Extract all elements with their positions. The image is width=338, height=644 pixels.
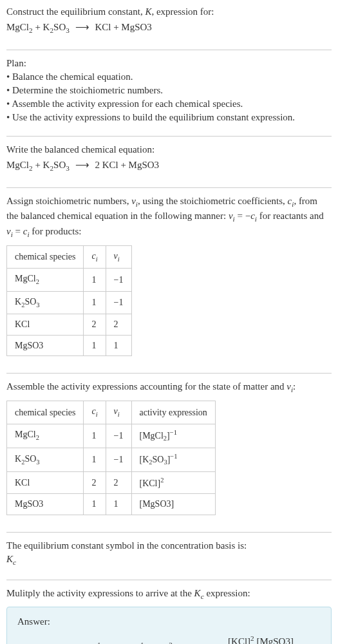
table-cell: −1 xyxy=(106,269,131,291)
balanced-heading: Write the balanced chemical equation: xyxy=(6,143,332,156)
table-row: K2SO3 1 −1 xyxy=(7,291,132,314)
table-cell: MgCl2 xyxy=(7,424,84,448)
table-cell: 1 xyxy=(84,424,106,448)
multiply-section: Mulitply the activity expressions to arr… xyxy=(6,587,332,645)
table-cell: −1 xyxy=(106,424,131,448)
table-cell: KCl xyxy=(7,314,84,336)
eq-constant-symbol: Kc xyxy=(6,553,332,568)
table-header-row: chemical species ci νi activity expressi… xyxy=(7,401,216,424)
table-cell: 1 xyxy=(84,269,106,291)
table-cell: K2SO3 xyxy=(7,448,84,471)
table-row: MgSO3 1 1 [MgSO3] xyxy=(7,494,216,515)
activity-text: Assemble the activity expressions accoun… xyxy=(6,380,332,395)
activity-table: chemical species ci νi activity expressi… xyxy=(6,401,216,515)
plan-item: Use the activity expressions to build th… xyxy=(6,111,332,124)
stoich-section: Assign stoichiometric numbers, νi, using… xyxy=(6,194,332,367)
table-row: KCl 2 2 xyxy=(7,314,132,336)
plan-item: Balance the chemical equation. xyxy=(6,70,332,84)
title-section: Construct the equilibrium constant, K, e… xyxy=(6,5,332,43)
table-cell: MgSO3 xyxy=(7,494,84,515)
table-cell: [MgCl2]−1 xyxy=(131,424,215,448)
answer-box: Answer: Kc = [MgCl2]−1 [K2SO3]−1 [KCl]2 … xyxy=(6,607,332,644)
table-cell: K2SO3 xyxy=(7,291,84,314)
stoich-table: chemical species ci νi MgCl2 1 −1 K2SO3 … xyxy=(6,245,132,357)
divider xyxy=(6,136,332,137)
divider xyxy=(6,187,332,188)
answer-label: Answer: xyxy=(17,615,321,629)
table-cell: [KCl]2 xyxy=(131,471,215,493)
table-cell: 1 xyxy=(84,494,106,515)
table-cell: 1 xyxy=(106,494,131,515)
table-row: MgSO3 1 1 xyxy=(7,335,132,356)
divider xyxy=(6,532,332,533)
table-cell: 1 xyxy=(106,335,131,356)
table-header: ci xyxy=(84,245,106,268)
answer-formula: Kc = [MgCl2]−1 [K2SO3]−1 [KCl]2 [MgSO3] … xyxy=(17,634,321,644)
table-header-row: chemical species ci νi xyxy=(7,245,132,268)
table-cell: 2 xyxy=(106,314,131,336)
table-cell: KCl xyxy=(7,471,84,493)
table-cell: MgSO3 xyxy=(7,335,84,356)
divider xyxy=(6,50,332,50)
eq-constant-text: The equilibrium constant symbol in the c… xyxy=(6,539,332,553)
table-row: MgCl2 1 −1 xyxy=(7,269,132,291)
plan-item: Determine the stoichiometric numbers. xyxy=(6,84,332,97)
table-header: ci xyxy=(84,401,106,424)
table-cell: −1 xyxy=(106,448,131,471)
plan-list: Balance the chemical equation. Determine… xyxy=(6,70,332,124)
title-text: Construct the equilibrium constant, K, e… xyxy=(6,5,332,19)
table-row: MgCl2 1 −1 [MgCl2]−1 xyxy=(7,424,216,448)
title-equation: MgCl2 + K2SO3 ⟶ KCl + MgSO3 xyxy=(6,21,332,36)
balanced-equation: MgCl2 + K2SO3 ⟶ 2 KCl + MgSO3 xyxy=(6,158,332,174)
table-header: chemical species xyxy=(7,245,84,268)
balanced-section: Write the balanced chemical equation: Mg… xyxy=(6,143,332,181)
stoich-text: Assign stoichiometric numbers, νi, using… xyxy=(6,194,332,240)
table-cell: 1 xyxy=(84,335,106,356)
multiply-text: Mulitply the activity expressions to arr… xyxy=(6,587,332,602)
divider xyxy=(6,580,332,580)
table-cell: [K2SO3]−1 xyxy=(131,448,215,471)
plan-heading: Plan: xyxy=(6,57,332,70)
divider xyxy=(6,373,332,374)
eq-constant-section: The equilibrium constant symbol in the c… xyxy=(6,539,332,573)
table-cell: 2 xyxy=(84,314,106,336)
table-header: activity expression xyxy=(131,401,215,424)
table-cell: 2 xyxy=(84,471,106,493)
table-header: chemical species xyxy=(7,401,84,424)
table-cell: 1 xyxy=(84,448,106,471)
table-header: νi xyxy=(106,245,131,268)
activity-section: Assemble the activity expressions accoun… xyxy=(6,380,332,525)
plan-section: Plan: Balance the chemical equation. Det… xyxy=(6,57,332,129)
table-cell: 1 xyxy=(84,291,106,314)
table-cell: −1 xyxy=(106,291,131,314)
table-cell: [MgSO3] xyxy=(131,494,215,515)
table-cell: MgCl2 xyxy=(7,269,84,291)
table-header: νi xyxy=(106,401,131,424)
table-cell: 2 xyxy=(106,471,131,493)
fraction-numerator: [KCl]2 [MgSO3] xyxy=(224,634,297,644)
table-row: K2SO3 1 −1 [K2SO3]−1 xyxy=(7,448,216,471)
plan-item: Assemble the activity expression for eac… xyxy=(6,97,332,111)
table-row: KCl 2 2 [KCl]2 xyxy=(7,471,216,493)
